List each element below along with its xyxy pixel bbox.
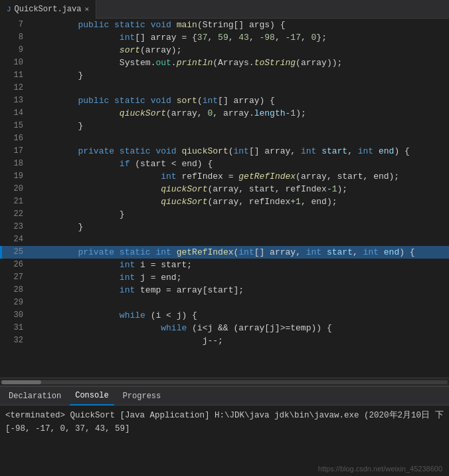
line-number: 25 <box>0 246 30 259</box>
tab-bar: J QuickSort.java ✕ <box>0 0 449 19</box>
line-content: if (start < end) { <box>30 158 213 170</box>
panel-tab-declaration[interactable]: Declaration <box>3 387 66 406</box>
line-number: 12 <box>0 82 30 94</box>
panel-tab-bar: DeclarationConsoleProgress <box>0 387 449 406</box>
line-content: private static int getRefIndex(int[] arr… <box>30 246 415 259</box>
line-number: 21 <box>0 195 30 208</box>
line-content: private static void qiuckSort(int[] arra… <box>30 145 410 158</box>
watermark: https://blog.csdn.net/weixin_45238600 <box>318 465 442 473</box>
code-line: 10 System.out.println(Arrays.toString(ar… <box>0 57 449 69</box>
line-content: int i = start; <box>30 259 192 271</box>
code-line: 28 int temp = array[start]; <box>0 284 449 297</box>
code-line: 8 int[] array = {37, 59, 43, -98, -17, 0… <box>0 31 449 44</box>
horizontal-scrollbar[interactable] <box>0 378 449 386</box>
code-line: 30 while (i < j) { <box>0 309 449 322</box>
code-line: 31 while (i<j && (array[j]>=temp)) { <box>0 322 449 334</box>
line-content: qiuckSort(array, start, refIndex-1); <box>30 183 347 195</box>
code-line: 13 public static void sort(int[] array) … <box>0 94 449 107</box>
line-number: 27 <box>0 271 30 284</box>
line-number: 20 <box>0 183 30 195</box>
tab-file-icon: J <box>7 5 11 13</box>
code-line: 19 int refIndex = getRefIndex(array, sta… <box>0 170 449 183</box>
line-number: 22 <box>0 208 30 221</box>
bottom-panel-wrapper: DeclarationConsoleProgress <terminated> … <box>0 386 449 476</box>
line-content: } <box>30 69 83 82</box>
code-line: 18 if (start < end) { <box>0 158 449 170</box>
panel-tab-console[interactable]: Console <box>70 387 114 406</box>
code-line: 26 int i = start; <box>0 259 449 271</box>
line-number: 14 <box>0 107 30 120</box>
code-line: 9 sort(array); <box>0 44 449 57</box>
line-content: } <box>30 208 125 221</box>
line-content: int refIndex = getRefIndex(array, start,… <box>30 170 399 183</box>
code-line: 27 int j = end; <box>0 271 449 284</box>
line-content: public static void sort(int[] array) { <box>30 94 275 107</box>
line-content: while (i<j && (array[j]>=temp)) { <box>30 322 332 334</box>
line-number: 32 <box>0 334 30 347</box>
line-number: 16 <box>0 132 30 145</box>
editor-window: J QuickSort.java ✕ 7 public static void … <box>0 0 449 476</box>
code-line: 7 public static void main(String[] args)… <box>0 19 449 31</box>
line-content: while (i < j) { <box>30 309 197 322</box>
code-line: 23 } <box>0 221 449 233</box>
scrollbar-track <box>1 380 448 384</box>
console-line: [-98, -17, 0, 37, 43, 59] <box>5 422 444 435</box>
console-output: <terminated> QuickSort [Java Application… <box>0 406 449 439</box>
code-line: 24 <box>0 233 449 246</box>
line-content: int temp = array[start]; <box>30 284 244 297</box>
code-line: 22 } <box>0 208 449 221</box>
bottom-panel: DeclarationConsoleProgress <terminated> … <box>0 386 449 476</box>
line-content: } <box>30 120 83 132</box>
line-content: int[] array = {37, 59, 43, -98, -17, 0}; <box>30 31 327 44</box>
code-area: 7 public static void main(String[] args)… <box>0 19 449 378</box>
code-line: 11 } <box>0 69 449 82</box>
line-number: 10 <box>0 57 30 69</box>
line-number: 13 <box>0 94 30 107</box>
code-line: 17 private static void qiuckSort(int[] a… <box>0 145 449 158</box>
code-line: 29 <box>0 297 449 309</box>
console-line: <terminated> QuickSort [Java Application… <box>5 409 444 422</box>
tab-close-btn[interactable]: ✕ <box>84 5 89 13</box>
line-number: 30 <box>0 309 30 322</box>
code-line: 25 private static int getRefIndex(int[] … <box>0 246 449 259</box>
panel-tab-progress[interactable]: Progress <box>118 387 167 406</box>
line-number: 15 <box>0 120 30 132</box>
line-number: 23 <box>0 221 30 233</box>
code-line: 15 } <box>0 120 449 132</box>
line-number: 19 <box>0 170 30 183</box>
line-content: sort(array); <box>30 44 181 57</box>
line-number: 17 <box>0 145 30 158</box>
line-content: public static void main(String[] args) { <box>30 19 286 31</box>
line-content: int j = end; <box>30 271 181 284</box>
line-content: qiuckSort(array, refIndex+1, end); <box>30 195 337 208</box>
line-number: 8 <box>0 31 30 44</box>
line-content: qiuckSort(array, 0, array.length-1); <box>30 107 306 120</box>
line-number: 24 <box>0 233 30 246</box>
line-content: System.out.println(Arrays.toString(array… <box>30 57 342 69</box>
line-number: 29 <box>0 297 30 309</box>
tab-quicksort[interactable]: J QuickSort.java ✕ <box>0 0 96 19</box>
line-number: 9 <box>0 44 30 57</box>
code-line: 12 <box>0 82 449 94</box>
code-line: 14 qiuckSort(array, 0, array.length-1); <box>0 107 449 120</box>
line-number: 18 <box>0 158 30 170</box>
line-number: 28 <box>0 284 30 297</box>
scrollbar-thumb[interactable] <box>1 380 41 384</box>
line-number: 7 <box>0 19 30 31</box>
line-content: } <box>30 221 83 233</box>
line-number: 26 <box>0 259 30 271</box>
code-line: 21 qiuckSort(array, refIndex+1, end); <box>0 195 449 208</box>
line-content: j--; <box>30 334 223 347</box>
code-line: 32 j--; <box>0 334 449 347</box>
line-number: 31 <box>0 322 30 334</box>
tab-filename: QuickSort.java <box>15 5 82 14</box>
code-line: 20 qiuckSort(array, start, refIndex-1); <box>0 183 449 195</box>
line-number: 11 <box>0 69 30 82</box>
code-line: 16 <box>0 132 449 145</box>
